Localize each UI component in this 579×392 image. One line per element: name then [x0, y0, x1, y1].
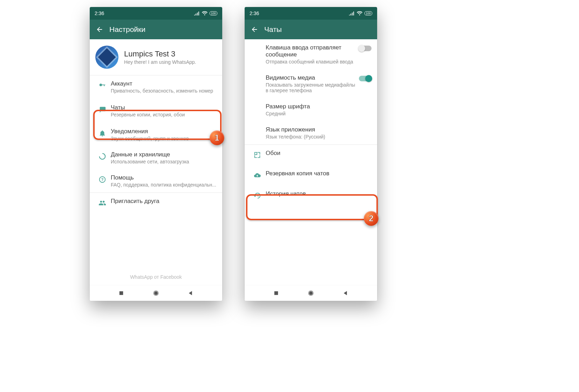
svg-rect-5 [274, 291, 278, 295]
chat-icon [98, 106, 106, 113]
wallpaper-icon [253, 151, 261, 159]
chats-action-history[interactable]: История чатов [245, 185, 377, 204]
chats-action-backup[interactable]: Резервная копия чатов [245, 164, 377, 185]
navigation-bar [245, 285, 377, 301]
settings-item-invite[interactable]: Пригласить друга [90, 193, 222, 212]
app-bar: Чаты [245, 20, 377, 39]
footer-brand: WhatsApp от Facebook [90, 269, 222, 285]
settings-item-account[interactable]: Аккаунт Приватность, безопасность, измен… [90, 75, 222, 99]
cloud-upload-icon [253, 171, 261, 179]
avatar [95, 46, 118, 69]
item-title: Чаты [111, 104, 217, 111]
svg-rect-2 [120, 291, 123, 295]
item-title: История чатов [266, 190, 372, 197]
item-sub: Приватность, безопасность, изменить номе… [111, 88, 217, 94]
phone-chats: 2:36 100 Чаты Клавиша ввода отправляет с… [245, 7, 377, 301]
status-bar: 2:36 100 [90, 7, 222, 20]
svg-point-6 [309, 291, 313, 295]
item-title: Уведомления [111, 128, 217, 135]
settings-item-notifications[interactable]: Уведомления Звуки сообщений, групп и зво… [90, 123, 222, 146]
item-sub: Резервные копии, история, обои [111, 112, 217, 117]
wifi-icon [357, 11, 362, 15]
nav-back-button[interactable] [342, 290, 349, 296]
item-sub: Язык телефона: (Русский) [266, 134, 372, 140]
svg-text:?: ? [101, 177, 104, 182]
phone-settings: 2:36 100 Настройки Lumpics Test 3 Hey th… [90, 7, 222, 301]
people-icon [98, 199, 106, 207]
toggle-media-visibility[interactable] [359, 76, 372, 81]
app-bar: Настройки [90, 20, 222, 39]
chats-setting-font-size[interactable]: Размер шрифта Средний [245, 98, 377, 121]
appbar-title: Настройки [109, 25, 145, 34]
nav-home-button[interactable] [308, 290, 314, 296]
signal-icon [349, 11, 355, 15]
profile-name: Lumpics Test 3 [124, 49, 196, 59]
status-time: 2:36 [250, 11, 259, 16]
appbar-title: Чаты [264, 25, 282, 34]
profile-row[interactable]: Lumpics Test 3 Hey there! I am using Wha… [90, 39, 222, 75]
item-sub: Отправка сообщений клавишей ввода [266, 59, 355, 65]
chats-action-wallpaper[interactable]: Обои [245, 145, 377, 164]
status-time: 2:36 [95, 11, 104, 16]
chats-setting-enter-key[interactable]: Клавиша ввода отправляет сообщение Отпра… [245, 39, 377, 69]
item-title: Язык приложения [266, 126, 372, 133]
item-sub: Звуки сообщений, групп и звонков [111, 136, 217, 141]
settings-item-help[interactable]: ? Помощь FAQ, поддержка, политика конфид… [90, 169, 222, 192]
item-title: Размер шрифта [266, 103, 372, 110]
item-sub: FAQ, поддержка, политика конфиденциальн.… [111, 182, 217, 188]
help-icon: ? [98, 176, 106, 183]
battery-icon: 100 [365, 11, 372, 15]
item-sub: Использование сети, автозагрузка [111, 159, 217, 164]
item-title: Резервная копия чатов [266, 170, 372, 177]
item-title: Аккаунт [111, 80, 217, 87]
settings-item-chats[interactable]: Чаты Резервные копии, история, обои [90, 99, 222, 123]
key-icon [98, 82, 106, 89]
nav-home-button[interactable] [153, 290, 159, 296]
svg-point-3 [154, 291, 158, 295]
history-icon [253, 192, 261, 200]
step-badge-1: 1 [210, 130, 224, 145]
back-button[interactable] [93, 22, 107, 36]
status-bar: 2:36 100 [245, 7, 377, 20]
nav-recent-button[interactable] [273, 290, 279, 296]
item-title: Данные и хранилище [111, 151, 217, 158]
nav-back-button[interactable] [188, 290, 194, 296]
wifi-icon [202, 11, 207, 15]
toggle-enter-key[interactable] [359, 46, 372, 51]
back-button[interactable] [247, 22, 261, 36]
navigation-bar [90, 285, 222, 301]
signal-icon [194, 11, 200, 15]
item-title: Видимость медиа [266, 74, 355, 81]
settings-item-data[interactable]: Данные и хранилище Использование сети, а… [90, 146, 222, 169]
step-badge-2: 2 [364, 211, 379, 226]
item-sub: Средний [266, 111, 372, 116]
profile-status: Hey there! I am using WhatsApp. [124, 59, 196, 65]
item-title: Пригласить друга [111, 198, 217, 205]
chats-setting-media-visibility[interactable]: Видимость медиа Показывать загруженные м… [245, 69, 377, 98]
bell-icon [98, 129, 106, 137]
arrow-left-icon [251, 26, 258, 33]
battery-icon: 100 [210, 11, 217, 15]
item-title: Обои [266, 150, 372, 157]
data-usage-icon [98, 153, 106, 160]
chats-setting-language[interactable]: Язык приложения Язык телефона: (Русский) [245, 121, 377, 144]
item-title: Помощь [111, 174, 217, 181]
item-sub: Показывать загруженные медиафайлы в гале… [266, 82, 355, 93]
item-title: Клавиша ввода отправляет сообщение [266, 44, 355, 58]
arrow-left-icon [96, 26, 103, 33]
nav-recent-button[interactable] [118, 290, 124, 296]
